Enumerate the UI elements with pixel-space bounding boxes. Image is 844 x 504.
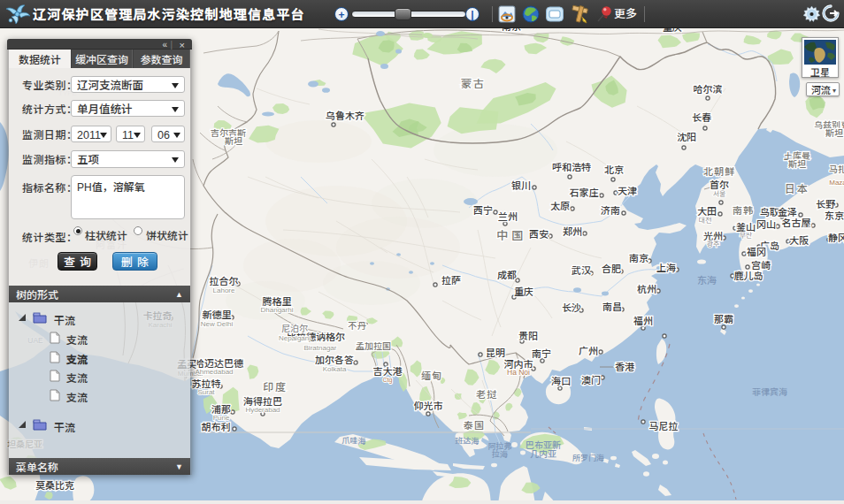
svg-text:대전: 대전 <box>699 215 712 225</box>
svg-text:仰光市: 仰光市 <box>414 398 443 412</box>
svg-text:东京: 东京 <box>825 208 844 222</box>
svg-text:鹿儿岛: 鹿儿岛 <box>734 268 763 282</box>
svg-text:Hyderabad: Hyderabad <box>245 404 280 414</box>
svg-text:缅甸: 缅甸 <box>421 368 442 382</box>
svg-text:乌鲁木齐: 乌鲁木齐 <box>326 108 364 122</box>
svg-text:上海: 上海 <box>656 260 676 274</box>
svg-text:南昌: 南昌 <box>602 299 622 313</box>
svg-text:沈阳: 沈阳 <box>677 129 696 143</box>
svg-text:所罗门海: 所罗门海 <box>572 452 604 463</box>
svg-text:南京: 南京 <box>629 250 648 264</box>
svg-text:太原: 太原 <box>550 198 570 212</box>
svg-text:长沙: 长沙 <box>562 300 581 314</box>
svg-text:重庆: 重庆 <box>514 284 533 298</box>
svg-text:南宁: 南宁 <box>532 346 551 360</box>
svg-text:郑州: 郑州 <box>563 224 582 238</box>
svg-text:北京: 北京 <box>604 162 624 176</box>
svg-text:老挝: 老挝 <box>476 386 497 401</box>
svg-text:菲律宾海: 菲律宾海 <box>752 385 787 398</box>
svg-text:Surat: Surat <box>197 386 215 396</box>
svg-text:马扎: 马扎 <box>829 162 844 175</box>
svg-text:福州: 福州 <box>633 313 653 327</box>
svg-text:拉海: 拉海 <box>492 448 508 460</box>
svg-text:광주: 광주 <box>707 239 720 248</box>
svg-text:不丹: 不丹 <box>348 318 367 332</box>
svg-text:斯坦: 斯坦 <box>788 157 806 170</box>
svg-text:Ctg: Ctg <box>383 375 393 384</box>
svg-text:中国: 中国 <box>496 226 526 243</box>
svg-text:斯坦: 斯坦 <box>825 126 843 139</box>
svg-text:合肥: 合肥 <box>602 261 621 275</box>
svg-text:北朝鲜: 北朝鲜 <box>703 164 735 178</box>
svg-text:成都: 成都 <box>497 267 517 281</box>
svg-text:长春: 长春 <box>692 110 711 124</box>
svg-text:静冈: 静冈 <box>828 230 844 244</box>
svg-text:Biratnagar: Biratnagar <box>304 342 337 352</box>
svg-text:Ha Noi: Ha Noi <box>507 366 530 377</box>
svg-text:兰州: 兰州 <box>498 209 518 223</box>
svg-text:石家庄: 石家庄 <box>570 185 599 199</box>
svg-text:呼和浩特: 呼和浩特 <box>552 159 591 173</box>
svg-text:海口: 海口 <box>551 373 571 387</box>
svg-text:武汉: 武汉 <box>572 263 591 277</box>
svg-text:杭州: 杭州 <box>637 281 656 295</box>
svg-text:澳门: 澳门 <box>581 372 601 386</box>
svg-text:서울: 서울 <box>713 188 726 198</box>
svg-text:几内亚: 几内亚 <box>530 447 556 460</box>
svg-text:New Delhi: New Delhi <box>201 318 234 328</box>
svg-text:Lahore: Lahore <box>213 285 235 294</box>
svg-text:부산: 부산 <box>740 230 753 240</box>
svg-text:日本: 日本 <box>785 180 809 195</box>
svg-text:大阪: 大阪 <box>789 233 809 247</box>
svg-text:冈山: 冈山 <box>756 217 776 231</box>
svg-text:爪哇海: 爪哇海 <box>341 435 365 447</box>
svg-text:孟加拉国: 孟加拉国 <box>356 339 391 352</box>
svg-text:莫桑比克: 莫桑比克 <box>35 477 74 492</box>
svg-text:尼泊尔: 尼泊尔 <box>281 321 308 334</box>
svg-text:南韩: 南韩 <box>733 202 754 217</box>
svg-text:Dhangarhi: Dhangarhi <box>261 304 294 314</box>
svg-text:Pune: Pune <box>213 412 230 422</box>
svg-text:香港: 香港 <box>615 359 634 373</box>
svg-text:Kolkata: Kolkata <box>323 363 347 373</box>
svg-text:西宁: 西宁 <box>473 202 493 217</box>
svg-text:Maza: Maza <box>829 177 844 187</box>
svg-text:泰国: 泰国 <box>464 417 485 431</box>
svg-text:蒙古: 蒙古 <box>461 75 486 90</box>
svg-text:广州: 广州 <box>579 343 598 357</box>
svg-text:班达海: 班达海 <box>455 435 479 447</box>
svg-text:印度: 印度 <box>263 378 288 393</box>
svg-text:东海: 东海 <box>697 272 717 286</box>
svg-text:西安: 西安 <box>529 226 549 241</box>
svg-text:马尼拉: 马尼拉 <box>649 418 679 432</box>
svg-text:昆明: 昆明 <box>486 345 505 359</box>
svg-text:拉萨: 拉萨 <box>441 272 461 286</box>
svg-text:天津: 天津 <box>618 183 637 197</box>
svg-text:那霸: 那霸 <box>714 311 733 325</box>
svg-text:哈尔滨: 哈尔滨 <box>694 81 723 95</box>
svg-text:济南: 济南 <box>601 202 620 217</box>
svg-text:贵阳: 贵阳 <box>518 328 538 342</box>
svg-text:银川: 银川 <box>511 178 531 192</box>
svg-text:斯坦: 斯坦 <box>225 134 242 147</box>
svg-text:福冈: 福冈 <box>747 244 766 258</box>
svg-text:Ahmedabad: Ahmedabad <box>195 366 233 376</box>
svg-text:名古屋: 名古屋 <box>782 215 811 229</box>
